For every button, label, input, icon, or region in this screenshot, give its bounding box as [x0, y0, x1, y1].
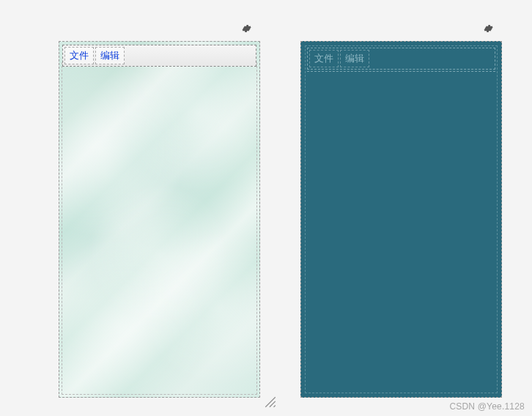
gear-icon[interactable] [241, 23, 251, 34]
design-panel-right[interactable]: 文件 编辑 [300, 41, 502, 398]
selection-outline [62, 62, 257, 395]
menu-file[interactable]: 文件 [64, 47, 94, 64]
svg-line-0 [265, 397, 276, 407]
svg-line-2 [274, 406, 276, 407]
gear-icon[interactable] [483, 23, 493, 34]
designer-workspace: 文件 编辑 文件 编辑 CSDN @Yee.1128 [0, 0, 532, 416]
watermark-text: CSDN @Yee.1128 [449, 401, 525, 412]
menubar-divider [307, 71, 495, 72]
selection-outline [305, 45, 498, 393]
design-panel-left[interactable]: 文件 编辑 [59, 41, 260, 398]
menubar-right: 文件 编辑 [307, 48, 495, 70]
menubar-left: 文件 编辑 [62, 45, 256, 67]
menu-edit[interactable]: 编辑 [340, 50, 369, 67]
resize-grip-icon[interactable] [264, 395, 277, 409]
menu-edit[interactable]: 编辑 [95, 47, 125, 64]
menu-file[interactable]: 文件 [309, 50, 339, 67]
